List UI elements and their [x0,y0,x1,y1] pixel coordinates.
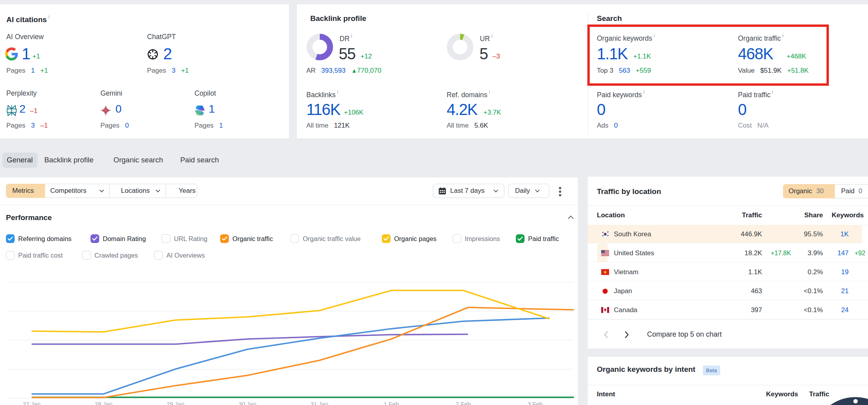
svg-text:3 Feb: 3 Feb [528,401,543,405]
svg-text:30 Jan: 30 Jan [238,401,256,405]
svg-text:31 Jan: 31 Jan [310,401,328,405]
svg-text:2 Feb: 2 Feb [456,401,471,405]
svg-text:27 Jan: 27 Jan [23,401,40,405]
svg-text:29 Jan: 29 Jan [166,401,184,405]
svg-text:28 Jan: 28 Jan [94,401,112,405]
svg-text:1 Feb: 1 Feb [384,401,399,405]
